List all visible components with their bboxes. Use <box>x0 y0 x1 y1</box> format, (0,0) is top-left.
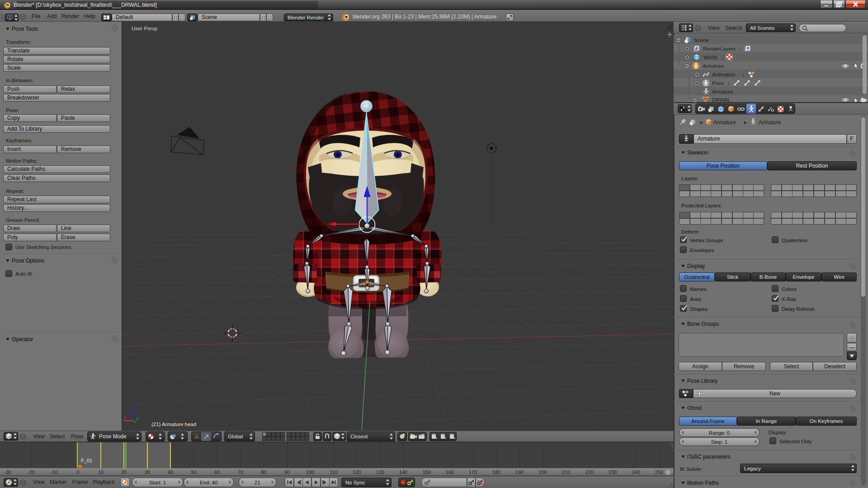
svg-text:z: z <box>135 403 138 408</box>
svg-text:i: i <box>9 15 10 20</box>
svg-text:y: y <box>136 415 139 421</box>
svg-text:x: x <box>124 414 127 420</box>
